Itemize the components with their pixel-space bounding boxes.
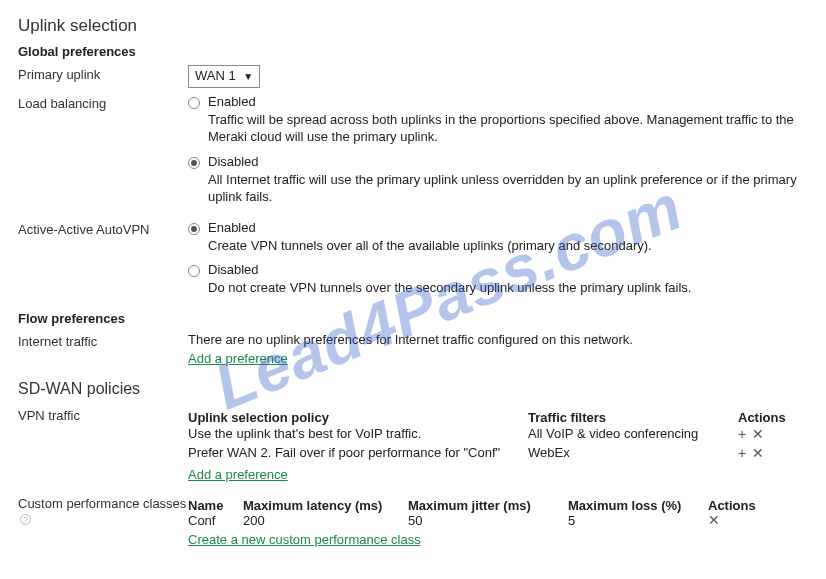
chevron-down-icon: ▼ [243, 68, 253, 86]
perf-latency: 200 [243, 513, 408, 528]
active-active-label: Active-Active AutoVPN [18, 220, 188, 237]
policy-row: Use the uplink that's best for VoIP traf… [188, 425, 808, 444]
create-perf-class-link[interactable]: Create a new custom performance class [188, 532, 421, 547]
load-balancing-enabled-label: Enabled [208, 94, 256, 109]
perf-loss: 5 [568, 513, 708, 528]
perf-col-latency: Maximum latency (ms) [243, 498, 408, 513]
internet-traffic-message: There are no uplink preferences for Inte… [188, 332, 808, 347]
primary-uplink-label: Primary uplink [18, 65, 188, 82]
internet-traffic-label: Internet traffic [18, 332, 188, 349]
add-icon[interactable]: + [738, 446, 746, 460]
add-vpn-preference-link[interactable]: Add a preference [188, 467, 288, 482]
active-active-disabled-label: Disabled [208, 262, 259, 277]
delete-icon[interactable]: ✕ [752, 446, 764, 460]
active-active-disabled-radio[interactable] [188, 265, 200, 277]
active-active-enabled-desc: Create VPN tunnels over all of the avail… [208, 237, 808, 255]
flow-prefs-heading: Flow preferences [18, 311, 808, 326]
perf-row: Conf 200 50 5 ✕ [188, 513, 808, 528]
active-active-enabled-label: Enabled [208, 220, 256, 235]
filter-text: All VoIP & video conferencing [528, 425, 738, 444]
perf-jitter: 50 [408, 513, 568, 528]
load-balancing-disabled-label: Disabled [208, 154, 259, 169]
perf-name: Conf [188, 513, 243, 528]
add-internet-preference-link[interactable]: Add a preference [188, 351, 288, 366]
col-header-actions: Actions [738, 410, 808, 425]
delete-icon[interactable]: ✕ [752, 427, 764, 441]
perf-col-jitter: Maximum jitter (ms) [408, 498, 568, 513]
delete-icon[interactable]: ✕ [708, 513, 720, 527]
load-balancing-disabled-desc: All Internet traffic will use the primar… [208, 171, 808, 206]
perf-col-name: Name [188, 498, 243, 513]
active-active-disabled-desc: Do not create VPN tunnels over the secon… [208, 279, 808, 297]
policy-row: Prefer WAN 2. Fail over if poor performa… [188, 444, 808, 463]
active-active-enabled-radio[interactable] [188, 223, 200, 235]
load-balancing-enabled-desc: Traffic will be spread across both uplin… [208, 111, 808, 146]
filter-text: WebEx [528, 444, 738, 463]
perf-col-actions: Actions [708, 498, 778, 513]
policy-text: Use the uplink that's best for VoIP traf… [188, 425, 528, 444]
load-balancing-enabled-radio[interactable] [188, 97, 200, 109]
col-header-filters: Traffic filters [528, 410, 738, 425]
sdwan-heading: SD-WAN policies [18, 380, 808, 398]
policy-text: Prefer WAN 2. Fail over if poor performa… [188, 444, 528, 463]
primary-uplink-value: WAN 1 [195, 68, 236, 83]
custom-perf-label: Custom performance classes ? [18, 494, 188, 526]
page-title: Uplink selection [18, 16, 808, 36]
add-icon[interactable]: + [738, 427, 746, 441]
load-balancing-label: Load balancing [18, 94, 188, 111]
vpn-traffic-label: VPN traffic [18, 406, 188, 423]
help-icon[interactable]: ? [20, 514, 31, 525]
load-balancing-disabled-radio[interactable] [188, 157, 200, 169]
primary-uplink-select[interactable]: WAN 1 ▼ [188, 65, 260, 88]
perf-col-loss: Maximum loss (%) [568, 498, 708, 513]
col-header-policy: Uplink selection policy [188, 410, 528, 425]
global-prefs-heading: Global preferences [18, 44, 808, 59]
